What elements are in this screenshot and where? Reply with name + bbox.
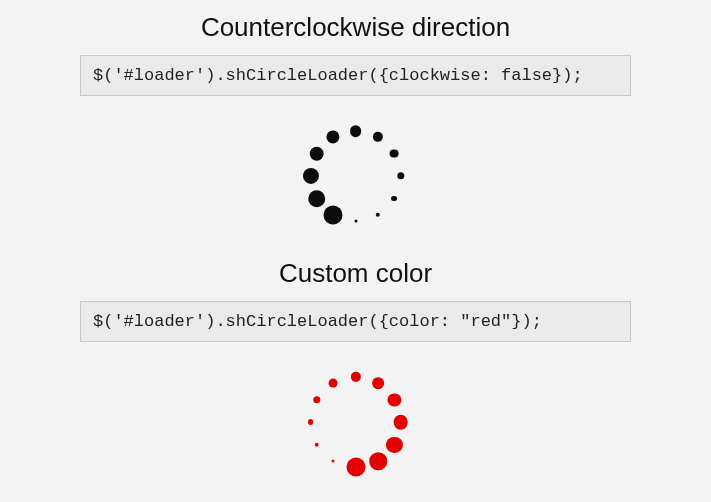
loader-dot (350, 125, 362, 137)
loader-dot (372, 377, 384, 389)
section-title-2: Custom color (80, 258, 631, 289)
page-container: Counterclockwise direction $('#loader').… (0, 0, 711, 482)
loader-wrap-1 (80, 116, 631, 236)
circle-loader-ccw (296, 116, 416, 236)
loader-dot (332, 459, 335, 462)
loader-dot (386, 436, 402, 452)
loader-dot (313, 396, 320, 403)
loader-dot (326, 130, 339, 143)
loader-dot (376, 213, 380, 217)
loader-dot (397, 172, 404, 179)
loader-dot (393, 415, 408, 430)
loader-dot (390, 149, 399, 158)
loader-dot (388, 393, 401, 406)
circle-loader-red (296, 362, 416, 482)
loader-dot (350, 372, 360, 382)
loader-dot (373, 132, 383, 142)
loader-dot (392, 196, 398, 202)
loader-dot (346, 458, 365, 477)
loader-dot (308, 419, 314, 425)
loader-dot (314, 442, 318, 446)
loader-dot (308, 190, 326, 208)
loader-wrap-2 (80, 362, 631, 482)
loader-dot (309, 146, 324, 161)
loader-dot (354, 220, 357, 223)
code-box-1: $('#loader').shCircleLoader({clockwise: … (80, 55, 631, 96)
loader-dot (329, 379, 338, 388)
loader-dot (302, 168, 318, 184)
section-title-1: Counterclockwise direction (80, 12, 631, 43)
code-box-2: $('#loader').shCircleLoader({color: "red… (80, 301, 631, 342)
loader-dot (324, 205, 343, 224)
loader-dot (369, 452, 387, 470)
